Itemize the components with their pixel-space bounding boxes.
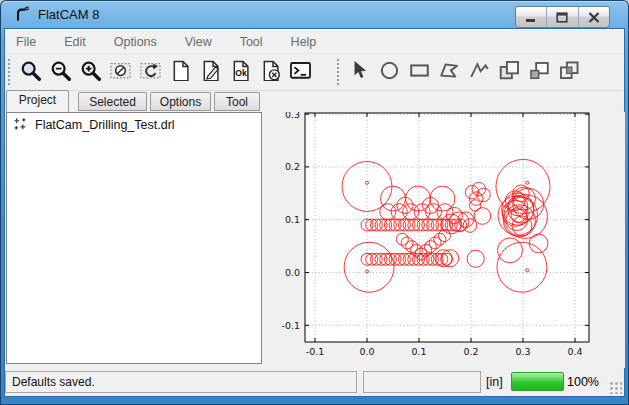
draw-polygon-icon [439, 60, 460, 81]
select-tool-icon [349, 60, 370, 81]
menu-edit[interactable]: Edit [54, 32, 96, 52]
minimize-button[interactable] [516, 7, 547, 27]
tab-project[interactable]: Project [6, 90, 69, 112]
polygon-subtract-button[interactable] [525, 56, 553, 84]
delete-object-icon [260, 60, 281, 81]
tab-options[interactable]: Options [150, 92, 211, 111]
svg-text:0.0: 0.0 [359, 346, 374, 357]
window-title: FlatCAM 8 [38, 7, 99, 22]
drill-object-icon [13, 117, 28, 132]
zoom-out-icon [50, 60, 71, 81]
clear-plot-icon [110, 60, 131, 81]
toolbar-drag-handle[interactable] [336, 58, 340, 86]
progress-percent: 100% [567, 375, 599, 389]
menu-file[interactable]: File [6, 32, 46, 52]
zoom-in-icon [80, 60, 101, 81]
draw-polygon-button[interactable] [435, 56, 463, 84]
status-message-box: Defaults saved. [5, 371, 357, 393]
close-button[interactable] [579, 7, 609, 27]
tree-item[interactable]: FlatCam_Drilling_Test.drl [7, 113, 261, 132]
toolbar: Ok [6, 53, 623, 91]
shell-button[interactable] [286, 56, 314, 84]
progress-bar [511, 372, 564, 391]
svg-text:0.4: 0.4 [567, 346, 582, 357]
polygon-subtract-icon [529, 60, 550, 81]
app-logo-icon [13, 5, 31, 23]
tree-item-label: FlatCam_Drilling_Test.drl [35, 118, 175, 132]
progress-fill [511, 372, 564, 391]
svg-text:0.0: 0.0 [285, 267, 300, 278]
draw-circle-button[interactable] [375, 56, 403, 84]
zoom-out-button[interactable] [46, 56, 74, 84]
resize-grip[interactable] [608, 380, 622, 394]
new-project-button[interactable] [166, 56, 194, 84]
draw-rectangle-icon [409, 60, 430, 81]
menu-help[interactable]: Help [281, 32, 327, 52]
tab-selected[interactable]: Selected [78, 92, 147, 111]
delete-object-button[interactable] [256, 56, 284, 84]
project-tree-panel[interactable]: FlatCam_Drilling_Test.drl [6, 112, 262, 364]
new-project-icon [170, 60, 191, 81]
svg-text:-0.1: -0.1 [306, 346, 325, 357]
edit-script-icon [200, 60, 221, 81]
draw-path-icon [469, 60, 490, 81]
svg-text:0.1: 0.1 [411, 346, 426, 357]
clear-plot-button[interactable] [106, 56, 134, 84]
menu-bar: FileEditOptionsViewToolHelp [6, 31, 623, 53]
run-script-button[interactable]: Ok [226, 56, 254, 84]
svg-text:0.3: 0.3 [515, 346, 530, 357]
status-secondary-box [363, 371, 481, 393]
draw-circle-icon [379, 60, 400, 81]
select-tool-button[interactable] [345, 56, 373, 84]
replot-button[interactable] [136, 56, 164, 84]
polygon-intersect-icon [559, 60, 580, 81]
edit-script-button[interactable] [196, 56, 224, 84]
replot-icon [140, 60, 161, 81]
shell-icon [290, 60, 311, 81]
svg-text:0.3: 0.3 [285, 112, 300, 120]
flatcam-window: FlatCAM 8 FileEditOptionsViewToolHelp Ok… [0, 0, 629, 405]
draw-rectangle-button[interactable] [405, 56, 433, 84]
maximize-button[interactable] [547, 7, 578, 27]
units-label: [in] [486, 375, 503, 389]
menu-tool[interactable]: Tool [230, 32, 273, 52]
polygon-union-icon [499, 60, 520, 81]
polygon-intersect-button[interactable] [555, 56, 583, 84]
run-script-icon: Ok [230, 60, 251, 81]
menu-view[interactable]: View [175, 32, 222, 52]
zoom-in-button[interactable] [76, 56, 104, 84]
window-controls [515, 6, 610, 28]
polygon-union-button[interactable] [495, 56, 523, 84]
svg-text:0.2: 0.2 [285, 161, 300, 172]
zoom-fit-icon [20, 60, 41, 81]
svg-text:0.2: 0.2 [463, 346, 478, 357]
zoom-fit-button[interactable] [16, 56, 44, 84]
plot-canvas[interactable]: -0.10.00.10.20.30.4-0.10.00.10.20.3 [266, 112, 625, 368]
drill-plot[interactable]: -0.10.00.10.20.30.4-0.10.00.10.20.3 [266, 112, 625, 368]
titlebar[interactable]: FlatCAM 8 [0, 0, 629, 29]
svg-text:Ok: Ok [235, 68, 247, 78]
tab-tool[interactable]: Tool [214, 92, 260, 111]
svg-text:0.1: 0.1 [285, 214, 300, 225]
status-message: Defaults saved. [12, 375, 95, 389]
menu-options[interactable]: Options [104, 32, 167, 52]
draw-path-button[interactable] [465, 56, 493, 84]
toolbar-drag-handle[interactable] [7, 58, 11, 86]
svg-text:-0.1: -0.1 [281, 320, 300, 331]
